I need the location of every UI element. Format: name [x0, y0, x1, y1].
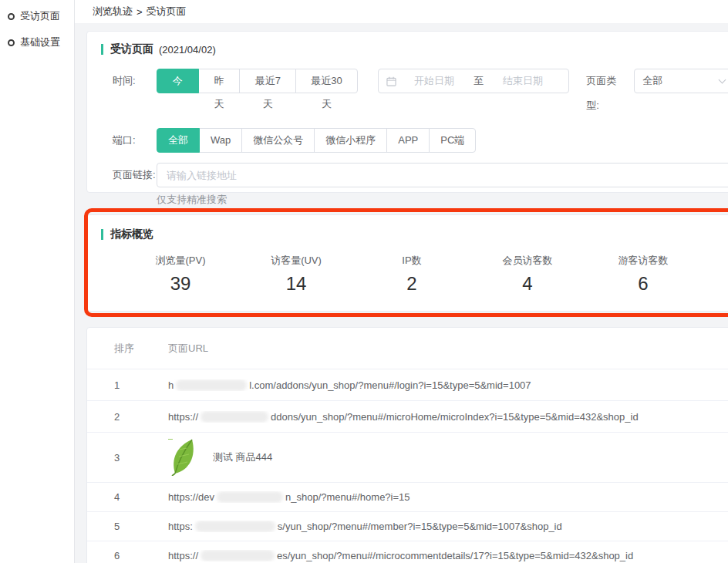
url-table-card: 排序 页面URL 1 h l.com/addons/yun_shop/?menu…	[86, 327, 728, 563]
port-filter-option[interactable]: APP	[386, 128, 430, 153]
row-rank: 4	[87, 491, 168, 503]
metrics-title: 指标概览	[110, 228, 153, 241]
row-rank: 3	[87, 452, 168, 464]
breadcrumb-parent[interactable]: 浏览轨迹	[93, 5, 133, 19]
row-url: https:// ddons/yun_shop/?menu#/microHome…	[168, 411, 728, 423]
row-rank: 1	[87, 379, 168, 391]
leaf-image-icon	[168, 439, 199, 476]
url-suffix: s/yun_shop/?menu#/member?i=15&type=5&mid…	[278, 521, 562, 532]
sidebar: 受访页面 基础设置	[0, 0, 75, 563]
port-filter-label: 端口:	[113, 128, 157, 153]
metric-label: 访客量(UV)	[238, 254, 354, 268]
metric-label: 会员访客数	[470, 254, 585, 268]
sidebar-item-2[interactable]: 基础设置	[0, 29, 74, 56]
table-row: 5 https: s/yun_shop/?menu#/member?i=15&t…	[87, 512, 728, 541]
date-range-picker[interactable]: 开始日期 至 结束日期	[378, 69, 569, 93]
url-prefix: https://dev	[168, 491, 214, 503]
time-filter-option[interactable]: 昨天	[198, 69, 241, 93]
metric-value: 2	[354, 273, 470, 295]
port-filter-option[interactable]: 全部	[157, 128, 200, 153]
product-thumbnail	[168, 439, 199, 476]
time-filter-option[interactable]: 最近30天	[295, 69, 358, 93]
section-accent-bar	[101, 229, 103, 240]
table-row: 1 h l.com/addons/yun_shop/?menu#/login?i…	[87, 369, 728, 401]
rank-column-header: 排序	[87, 342, 168, 356]
metrics-card: 指标概览 浏览量(PV) 39 访客量(UV) 14 IP数 2 会员访客数 4…	[86, 214, 728, 312]
redacted-segment	[201, 411, 268, 423]
table-row: 4 https://dev n_shop/?menu#/home?i=15	[87, 483, 728, 512]
metrics-section: 指标概览 浏览量(PV) 39 访客量(UV) 14 IP数 2 会员访客数 4…	[86, 214, 728, 312]
chevron-down-icon	[719, 76, 726, 84]
page-type-value: 全部	[642, 74, 662, 88]
port-filter-option[interactable]: 微信公众号	[241, 128, 315, 153]
row-url: https://dev n_shop/?menu#/home?i=15	[168, 491, 728, 503]
port-filter-row: 端口: 全部Wap微信公众号微信小程序APPPC端	[101, 128, 728, 153]
port-filter-option[interactable]: PC端	[429, 128, 476, 153]
calendar-icon	[386, 76, 396, 86]
main-area: 浏览轨迹 > 受访页面 受访页面 (2021/04/02) 时间: 今天昨天最近…	[75, 0, 728, 563]
section-accent-bar	[101, 44, 103, 55]
time-button-group: 今天昨天最近7天最近30天	[157, 69, 358, 93]
time-filter-row: 时间: 今天昨天最近7天最近30天 开始日期 至 结束日期 页面类型: 全部	[101, 69, 728, 118]
circle-bullet-icon	[8, 13, 15, 20]
row-url: https:// es/yun_shop/?menu#/microcomment…	[168, 550, 728, 561]
metric-value: 14	[238, 273, 354, 295]
metric: IP数 2	[354, 254, 470, 295]
page-type-label: 页面类型:	[586, 69, 628, 118]
port-filter-option[interactable]: Wap	[199, 128, 242, 153]
page-link-hint: 仅支持精准搜索	[157, 193, 728, 207]
metrics-row: 浏览量(PV) 39 访客量(UV) 14 IP数 2 会员访客数 4 游客访客…	[123, 254, 728, 295]
content: 受访页面 (2021/04/02) 时间: 今天昨天最近7天最近30天 开始日期…	[75, 23, 728, 563]
sidebar-item-label: 基础设置	[20, 35, 60, 49]
url-suffix: l.com/addons/yun_shop/?menu#/login?i=15&…	[249, 379, 531, 391]
table-row: 2 https:// ddons/yun_shop/?menu#/microHo…	[87, 401, 728, 433]
url-column-header: 页面URL	[168, 342, 728, 356]
url-prefix: https:	[168, 521, 193, 532]
time-filter-option[interactable]: 最近7天	[239, 69, 296, 93]
row-url: h l.com/addons/yun_shop/?menu#/login?i=1…	[168, 379, 728, 391]
table-header-row: 排序 页面URL	[87, 328, 728, 369]
circle-bullet-icon	[8, 39, 15, 46]
redacted-segment	[201, 550, 275, 561]
product-name: 测试 商品444	[213, 450, 272, 464]
page-link-input[interactable]	[157, 163, 728, 187]
page-type-select[interactable]: 全部	[634, 69, 728, 93]
table-row: 6 https:// es/yun_shop/?menu#/microcomme…	[87, 541, 728, 563]
end-date-input[interactable]: 结束日期	[485, 74, 561, 88]
row-rank: 5	[87, 521, 168, 532]
redacted-segment	[176, 379, 247, 391]
watermark-mark	[168, 439, 173, 440]
breadcrumb: 浏览轨迹 > 受访页面	[75, 0, 728, 23]
url-suffix: ddons/yun_shop/?menu#/microHome/microInd…	[271, 411, 639, 423]
metric: 浏览量(PV) 39	[123, 254, 238, 295]
redacted-segment	[195, 521, 275, 532]
page-link-row: 页面链接: 仅支持精准搜索	[101, 163, 728, 207]
redacted-segment	[217, 491, 283, 503]
table-row: 3 测试 商品444	[87, 433, 728, 483]
filter-card-title: 受访页面 (2021/04/02)	[101, 42, 728, 56]
date-range-separator: 至	[472, 74, 485, 88]
breadcrumb-current: 受访页面	[147, 5, 187, 19]
metric-value: 6	[585, 273, 701, 295]
url-prefix: https://	[168, 411, 198, 423]
time-filter-option[interactable]: 今天	[157, 69, 199, 93]
row-product: 测试 商品444	[168, 439, 728, 476]
metric: 访客量(UV) 14	[238, 254, 354, 295]
sidebar-item-1[interactable]: 受访页面	[0, 3, 74, 29]
sidebar-item-label: 受访页面	[20, 9, 60, 23]
table-body: 1 h l.com/addons/yun_shop/?menu#/login?i…	[87, 369, 728, 563]
url-suffix: n_shop/?menu#/home?i=15	[285, 491, 410, 503]
page-link-label: 页面链接:	[113, 163, 157, 187]
metric-label: 浏览量(PV)	[123, 254, 238, 268]
page-title: 受访页面	[110, 42, 153, 56]
start-date-input[interactable]: 开始日期	[396, 74, 472, 88]
row-rank: 6	[87, 550, 168, 561]
metric: 会员访客数 4	[470, 254, 585, 295]
url-prefix: https://	[168, 550, 198, 561]
metric-label: IP数	[354, 254, 470, 268]
report-date: (2021/04/02)	[159, 44, 216, 56]
row-url: https: s/yun_shop/?menu#/member?i=15&typ…	[168, 521, 728, 532]
port-filter-option[interactable]: 微信小程序	[314, 128, 387, 153]
filter-card: 受访页面 (2021/04/02) 时间: 今天昨天最近7天最近30天 开始日期…	[86, 31, 728, 193]
metric-value: 4	[470, 273, 585, 295]
